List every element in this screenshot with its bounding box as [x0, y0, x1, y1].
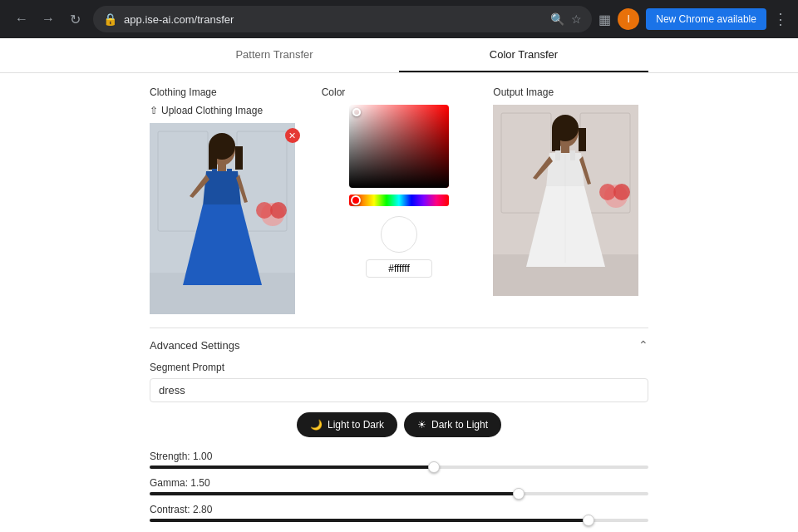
upload-icon: ⇧ — [150, 105, 158, 116]
slider-thumb-2[interactable] — [583, 515, 594, 526]
svg-rect-23 — [555, 150, 560, 160]
svg-rect-20 — [552, 128, 560, 151]
slider-row-2: Contrast: 2.80 — [150, 504, 648, 522]
slider-track-2[interactable] — [150, 519, 648, 522]
slider-label-0: Strength: 1.00 — [150, 451, 648, 462]
reload-button[interactable]: ↻ — [63, 7, 86, 31]
extensions-icon[interactable]: ▦ — [598, 12, 611, 27]
forward-button[interactable]: → — [37, 7, 60, 31]
sliders-container: Strength: 1.00Gamma: 1.50Contrast: 2.80B… — [150, 451, 648, 532]
main-content: Clothing Image ⇧ Upload Clothing Image — [0, 73, 798, 532]
slider-label-1: Gamma: 1.50 — [150, 477, 648, 489]
browser-chrome: ← → ↻ 🔒 app.ise-ai.com/transfer 🔍 ☆ ▦ I … — [0, 0, 798, 38]
user-avatar[interactable]: I — [618, 8, 639, 30]
tab-color[interactable]: Color Transfer — [399, 38, 648, 72]
close-clothing-image-button[interactable]: ✕ — [285, 128, 300, 143]
tabs-bar: Pattern Transfer Color Transfer — [0, 38, 798, 73]
slider-track-0[interactable] — [150, 466, 648, 469]
svg-point-13 — [270, 202, 287, 219]
segment-prompt-label: Segment Prompt — [150, 362, 648, 373]
three-col-layout: Clothing Image ⇧ Upload Clothing Image — [150, 86, 648, 314]
tab-pattern[interactable]: Pattern Transfer — [150, 38, 399, 72]
clothing-col: Clothing Image ⇧ Upload Clothing Image — [150, 86, 305, 314]
mode-buttons: 🌙 Light to Dark ☀ Dark to Light — [150, 412, 648, 437]
slider-fill-0 — [150, 466, 434, 469]
slider-row-1: Gamma: 1.50 — [150, 477, 648, 495]
hex-input[interactable] — [366, 259, 432, 278]
lock-icon: 🔒 — [103, 12, 117, 26]
advanced-header[interactable]: Advanced Settings ⌃ — [150, 338, 648, 352]
spectrum-container — [349, 195, 449, 206]
dark-to-light-button[interactable]: ☀ Dark to Light — [404, 412, 501, 437]
advanced-title: Advanced Settings — [150, 339, 239, 352]
slider-label-2: Contrast: 2.80 — [150, 504, 648, 515]
star-icon: ☆ — [571, 12, 582, 26]
svg-point-27 — [613, 184, 630, 200]
spectrum-thumb — [351, 195, 361, 205]
color-col: Color — [322, 86, 477, 314]
slider-row-0: Strength: 1.00 — [150, 451, 648, 469]
svg-rect-10 — [227, 169, 232, 179]
moon-icon: 🌙 — [310, 419, 323, 431]
back-button[interactable]: ← — [10, 7, 33, 31]
upload-clothing-button[interactable]: ⇧ Upload Clothing Image — [150, 105, 263, 116]
color-spectrum[interactable] — [349, 195, 449, 206]
browser-right: ▦ I New Chrome available ⋮ — [598, 8, 788, 30]
slider-fill-1 — [150, 492, 519, 495]
slider-thumb-1[interactable] — [513, 488, 525, 500]
page: Pattern Transfer Color Transfer Clothing… — [0, 38, 798, 532]
svg-rect-21 — [579, 128, 586, 151]
address-bar[interactable]: 🔒 app.ise-ai.com/transfer 🔍 ☆ — [93, 6, 592, 32]
chevron-up-icon: ⌃ — [638, 338, 648, 352]
nav-buttons: ← → ↻ — [10, 7, 86, 31]
clothing-image — [150, 123, 295, 314]
output-label: Output Image — [493, 86, 648, 98]
slider-thumb-0[interactable] — [428, 461, 440, 473]
slider-fill-2 — [150, 519, 589, 522]
advanced-section: Advanced Settings ⌃ Segment Prompt 🌙 Lig… — [150, 328, 648, 532]
light-to-dark-button[interactable]: 🌙 Light to Dark — [297, 412, 397, 437]
svg-rect-24 — [570, 150, 575, 160]
color-gradient-box[interactable] — [349, 105, 449, 188]
chrome-update-button[interactable]: New Chrome available — [646, 8, 766, 30]
color-preview-circle — [381, 216, 417, 253]
output-col: Output Image — [493, 86, 648, 314]
clothing-label: Clothing Image — [150, 86, 305, 98]
color-picker-area — [322, 105, 477, 278]
clothing-image-container: ✕ — [150, 123, 305, 314]
output-image — [493, 105, 638, 296]
svg-rect-7 — [235, 146, 243, 170]
color-label: Color — [322, 86, 477, 98]
svg-rect-6 — [209, 146, 217, 170]
svg-rect-9 — [212, 169, 217, 179]
search-icon: 🔍 — [550, 12, 564, 26]
color-picker-dot — [352, 108, 361, 116]
slider-track-1[interactable] — [150, 492, 648, 495]
segment-prompt-input[interactable] — [150, 378, 648, 402]
url-text: app.ise-ai.com/transfer — [124, 13, 544, 26]
sun-icon: ☀ — [417, 419, 426, 431]
menu-dots-icon[interactable]: ⋮ — [773, 10, 788, 28]
